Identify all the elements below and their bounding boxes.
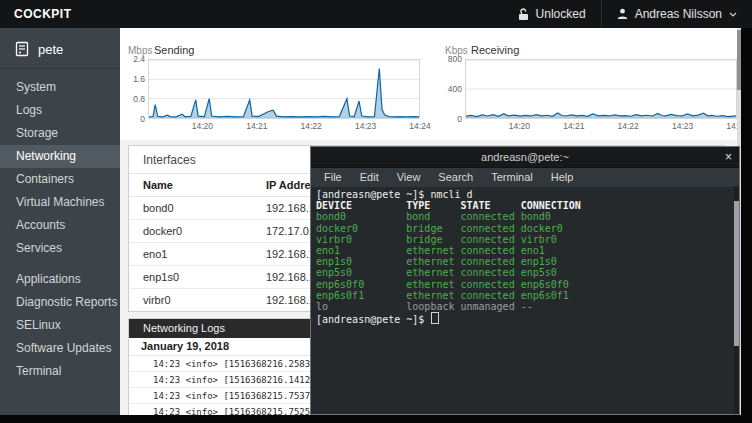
- server-icon: [15, 41, 29, 57]
- terminal-line: enp6s0f1ethernetconnectedenp6s0f1: [316, 290, 734, 301]
- terminal-cursor: [431, 312, 439, 324]
- terminal-line: [andreasn@pete ~]$: [316, 312, 734, 325]
- terminal-scrollbar-thumb[interactable]: [734, 201, 739, 346]
- x-axis-labels: 14:2014:2114:2214:2314:24: [465, 119, 737, 131]
- sidebar-item-diagnostic-reports[interactable]: Diagnostic Reports: [0, 291, 120, 314]
- host-name: pete: [38, 42, 63, 57]
- terminal-line: enp1s0ethernetconnectedenp1s0: [316, 256, 734, 267]
- top-bar: COCKPIT Unlocked Andreas Nilsson: [0, 0, 752, 28]
- sidebar-item-services[interactable]: Services: [0, 237, 120, 260]
- sidebar-item-system[interactable]: System: [0, 76, 120, 99]
- column-header-name: Name: [143, 179, 266, 191]
- terminal-line: loloopbackunmanaged--: [316, 301, 734, 312]
- terminal-scrollbar[interactable]: [734, 186, 739, 414]
- sidebar-divider: [0, 68, 120, 69]
- terminal-line: DEVICETYPESTATECONNECTION: [316, 200, 734, 211]
- terminal-line: virbr0bridgeconnectedvirbr0: [316, 234, 734, 245]
- terminal-menu-file[interactable]: File: [315, 168, 351, 187]
- graphs-section: MbpsSending2.41.60.8014:2014:2114:2214:2…: [120, 28, 737, 140]
- topbar-right: Unlocked Andreas Nilsson: [503, 0, 752, 28]
- unlock-icon: [518, 8, 529, 21]
- terminal-line: [andreasn@pete ~]$ nmcli d: [316, 189, 734, 200]
- chart-title: Receiving: [471, 44, 519, 56]
- sidebar-item-applications[interactable]: Applications: [0, 268, 120, 291]
- sidebar-item-software-updates[interactable]: Software Updates: [0, 337, 120, 360]
- x-axis-labels: 14:2014:2114:2214:2314:24: [148, 119, 420, 131]
- sidebar-item-storage[interactable]: Storage: [0, 122, 120, 145]
- host-selector[interactable]: pete: [0, 28, 120, 68]
- sidebar-item-terminal[interactable]: Terminal: [0, 360, 120, 383]
- sidebar-item-accounts[interactable]: Accounts: [0, 214, 120, 237]
- sidebar-item-selinux[interactable]: SELinux: [0, 314, 120, 337]
- sidebar-nav: SystemLogsStorageNetworkingContainersVir…: [0, 76, 120, 383]
- user-icon: [617, 8, 628, 20]
- chart-plot-area: [148, 59, 420, 119]
- y-axis-labels: 2.41.60.80: [128, 59, 148, 119]
- terminal-menubar: FileEditViewSearchTerminalHelp: [311, 167, 739, 187]
- cockpit-brand: COCKPIT: [14, 7, 72, 21]
- terminal-window: andreasn@pete:~ × FileEditViewSearchTerm…: [310, 146, 740, 415]
- terminal-menu-help[interactable]: Help: [542, 168, 583, 187]
- terminal-titlebar[interactable]: andreasn@pete:~ ×: [311, 147, 739, 167]
- sidebar-item-containers[interactable]: Containers: [0, 168, 120, 191]
- sidebar-item-networking[interactable]: Networking: [0, 145, 120, 168]
- page-scrollbar-thumb[interactable]: [737, 30, 741, 90]
- user-name-label: Andreas Nilsson: [635, 7, 722, 21]
- terminal-menu-view[interactable]: View: [388, 168, 430, 187]
- sidebar-item-virtual-machines[interactable]: Virtual Machines: [0, 191, 120, 214]
- terminal-menu-terminal[interactable]: Terminal: [482, 168, 542, 187]
- terminal-menu-search[interactable]: Search: [429, 168, 482, 187]
- y-axis-labels: 8004000: [445, 59, 465, 119]
- lock-status-label: Unlocked: [536, 7, 586, 21]
- receiving-chart: KbpsReceiving800400014:2014:2114:2214:23…: [445, 44, 737, 131]
- terminal-line: bond0bondconnectedbond0: [316, 211, 734, 222]
- terminal-line: eno1ethernetconnectedeno1: [316, 245, 734, 256]
- sidebar-item-logs[interactable]: Logs: [0, 99, 120, 122]
- caret-down-icon: [729, 12, 737, 17]
- terminal-line: enp5s0ethernetconnectedenp5s0: [316, 267, 734, 278]
- close-icon[interactable]: ×: [725, 147, 732, 167]
- terminal-screen[interactable]: [andreasn@pete ~]$ nmcli dDEVICETYPESTAT…: [311, 186, 734, 414]
- chart-title: Sending: [154, 44, 194, 56]
- terminal-line: docker0bridgeconnecteddocker0: [316, 223, 734, 234]
- chart-plot-area: [465, 59, 737, 119]
- terminal-line: enp6s0f0ethernetconnectedenp6s0f0: [316, 279, 734, 290]
- user-menu[interactable]: Andreas Nilsson: [602, 0, 752, 28]
- lock-status[interactable]: Unlocked: [503, 0, 601, 28]
- terminal-menu-edit[interactable]: Edit: [351, 168, 388, 187]
- sending-chart: MbpsSending2.41.60.8014:2014:2114:2214:2…: [128, 44, 420, 131]
- terminal-title: andreasn@pete:~: [481, 151, 569, 163]
- sidebar: pete SystemLogsStorageNetworkingContaine…: [0, 28, 120, 415]
